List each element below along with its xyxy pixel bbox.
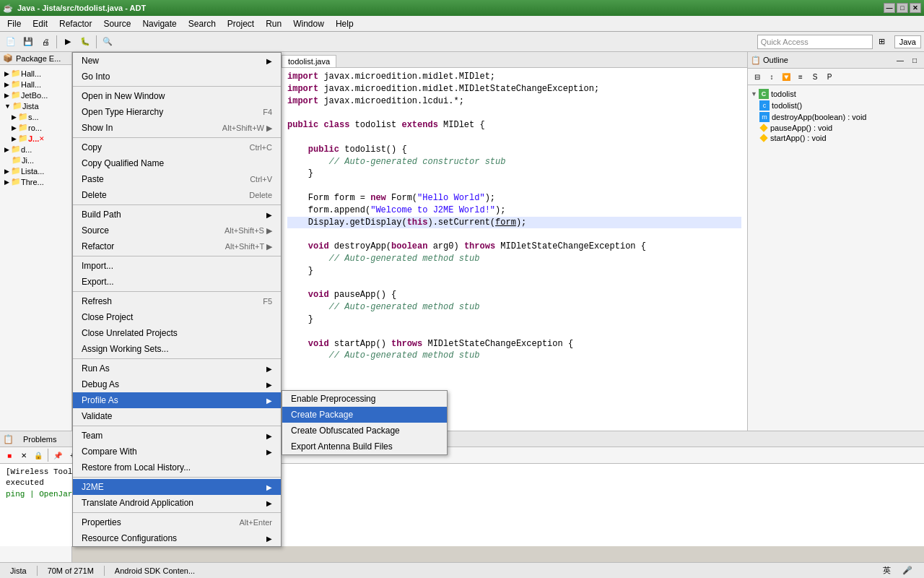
outline-filter-btn[interactable]: 🔽 xyxy=(780,70,793,83)
tree-item-jista[interactable]: ▼ 📁 Jista xyxy=(3,100,69,111)
outline-item-start-app[interactable]: startApp() : void xyxy=(759,133,921,143)
ctx-translate[interactable]: Translate Android Application ▶ xyxy=(73,495,281,511)
editor-tab-todolist[interactable]: todolist.java xyxy=(282,55,336,67)
ctx-close-unrelated[interactable]: Close Unrelated Projects xyxy=(73,325,281,341)
tree-item-hall2[interactable]: ▶ 📁 Hall... xyxy=(3,79,69,90)
sm-create-package[interactable]: Create Package xyxy=(282,407,447,423)
console-clear-btn[interactable]: ✕ xyxy=(17,449,30,462)
outline-sort-btn[interactable]: ↕ xyxy=(765,70,778,83)
ctx-paste-label: Paste xyxy=(82,174,104,184)
maximize-button[interactable]: □ xyxy=(897,3,908,13)
tree-item-d[interactable]: ▶ 📁 d... xyxy=(3,144,69,155)
ctx-j2me[interactable]: J2ME ▶ xyxy=(73,479,281,495)
outline-item-todolist-class[interactable]: ▼ C todolist xyxy=(751,88,921,100)
ctx-build-path[interactable]: Build Path ▶ xyxy=(73,207,281,223)
ctx-new[interactable]: New ▶ xyxy=(73,53,281,69)
ctx-validate[interactable]: Validate xyxy=(73,408,281,424)
tab-problems[interactable]: Problems xyxy=(17,433,63,446)
toolbar-perspective-btn[interactable]: ⊞ xyxy=(874,34,890,50)
tree-item-ro[interactable]: ▶ 📁 ro... xyxy=(10,122,69,133)
ctx-resource-config[interactable]: Resource Configurations ▶ xyxy=(73,530,281,546)
ctx-import[interactable]: Import... xyxy=(73,258,281,274)
ctx-profile-as[interactable]: Profile As ▶ xyxy=(73,392,281,408)
ctx-team[interactable]: Team ▶ xyxy=(73,428,281,444)
menu-item-refactor[interactable]: Refactor xyxy=(53,17,97,30)
outline-minimize-btn[interactable]: — xyxy=(894,53,907,66)
console-stop-btn[interactable]: ■ xyxy=(3,449,16,462)
ctx-paste[interactable]: Paste Ctrl+V xyxy=(73,171,281,187)
quick-access-box[interactable]: Quick Access xyxy=(757,35,873,49)
sm-export-antenna[interactable]: Export Antenna Build Files xyxy=(282,439,447,454)
toolbar: 📄 💾 🖨 ▶ 🐛 🔍 Quick Access ⊞ Java xyxy=(0,32,924,52)
menu-item-edit[interactable]: Edit xyxy=(27,17,53,30)
menu-item-run[interactable]: Run xyxy=(260,17,287,30)
ctx-properties[interactable]: Properties Alt+Enter xyxy=(73,514,281,530)
menu-item-file[interactable]: File xyxy=(1,17,27,30)
menu-item-search[interactable]: Search xyxy=(183,17,222,30)
ctx-restore[interactable]: Restore from Local History... xyxy=(73,460,281,475)
outline-collapse-btn[interactable]: ⊟ xyxy=(751,70,764,83)
ctx-show-in-shortcut: Alt+Shift+W ▶ xyxy=(222,124,272,133)
ctx-refresh[interactable]: Refresh F5 xyxy=(73,293,281,309)
ctx-debug-as[interactable]: Debug As ▶ xyxy=(73,376,281,392)
ctx-open-type[interactable]: Open Type Hierarchy F4 xyxy=(73,104,281,120)
ctx-source-shortcut: Alt+Shift+S ▶ xyxy=(225,226,272,236)
outline-hide-fields-btn[interactable]: ≡ xyxy=(794,70,807,83)
bottom-panel-icon: 📋 xyxy=(3,434,14,444)
tree-item-ji[interactable]: 📁 Ji... xyxy=(10,155,69,165)
toolbar-print-btn[interactable]: 🖨 xyxy=(38,34,53,50)
outline-item-pause-app[interactable]: pauseApp() : void xyxy=(759,123,921,133)
ctx-refactor[interactable]: Refactor Alt+Shift+T ▶ xyxy=(73,238,281,254)
menu-item-project[interactable]: Project xyxy=(222,17,260,30)
code-line xyxy=(287,277,741,290)
ctx-copy[interactable]: Copy Ctrl+C xyxy=(73,139,281,155)
toolbar-save-btn[interactable]: 💾 xyxy=(20,34,36,50)
ctx-resource-config-label: Resource Configurations xyxy=(82,533,177,543)
ctx-new-label: New xyxy=(82,56,99,66)
menu-item-source[interactable]: Source xyxy=(97,17,136,30)
close-button[interactable]: ✕ xyxy=(910,3,921,13)
ctx-export[interactable]: Export... xyxy=(73,274,281,290)
ctx-assign-working[interactable]: Assign Working Sets... xyxy=(73,341,281,357)
outline-item-constructor[interactable]: c todolist() xyxy=(759,100,921,111)
ctx-sep4 xyxy=(73,256,281,256)
toolbar-new-btn[interactable]: 📄 xyxy=(3,34,19,50)
tree-item-jetbo[interactable]: ▶ 📁 JetBo... xyxy=(3,90,69,100)
ctx-profile-as-label: Profile As xyxy=(82,395,118,405)
code-line: // Auto-generated constructor stub xyxy=(287,156,741,168)
sm-enable-preprocessing[interactable]: Enable Preprocessing xyxy=(282,391,447,407)
ctx-run-as[interactable]: Run As ▶ xyxy=(73,361,281,376)
tree-item-hall1[interactable]: ▶ 📁 Hall... xyxy=(3,68,69,79)
toolbar-search-btn[interactable]: 🔍 xyxy=(100,34,116,50)
ctx-copy-qualified[interactable]: Copy Qualified Name xyxy=(73,155,281,171)
menu-item-navigate[interactable]: Navigate xyxy=(136,17,182,30)
tree-item-thre[interactable]: ▶ 📁 Thre... xyxy=(3,176,69,187)
minimize-button[interactable]: — xyxy=(884,3,895,13)
menu-item-help[interactable]: Help xyxy=(330,17,359,30)
toolbar-debug-btn[interactable]: 🐛 xyxy=(77,34,93,50)
console-pin-btn[interactable]: 📌 xyxy=(51,449,64,462)
outline-item-destroy-app[interactable]: m destroyApp(boolean) : void xyxy=(759,111,921,123)
ctx-delete[interactable]: Delete Delete xyxy=(73,187,281,203)
tree-item-s[interactable]: ▶ 📁 s... xyxy=(10,111,69,122)
tree-item-j-error[interactable]: ▶ 📁 J... ✕ xyxy=(10,133,69,144)
sm-create-obfuscated[interactable]: Create Obfuscated Package xyxy=(282,423,447,439)
ctx-close-project[interactable]: Close Project xyxy=(73,309,281,325)
ctx-new-arrow: ▶ xyxy=(266,57,272,65)
outline-hide-nonpublic-btn[interactable]: P xyxy=(823,70,836,83)
ctx-show-in[interactable]: Show In Alt+Shift+W ▶ xyxy=(73,120,281,136)
code-line: } xyxy=(287,314,741,326)
menu-item-window[interactable]: Window xyxy=(287,17,330,30)
ctx-compare[interactable]: Compare With ▶ xyxy=(73,444,281,460)
ctx-source[interactable]: Source Alt+Shift+S ▶ xyxy=(73,223,281,238)
ctx-properties-shortcut: Alt+Enter xyxy=(239,518,272,527)
ctx-open-new-window[interactable]: Open in New Window xyxy=(73,88,281,104)
outline-hide-static-btn[interactable]: S xyxy=(808,70,821,83)
console-scroll-lock-btn[interactable]: 🔒 xyxy=(32,449,45,462)
ctx-debug-as-arrow: ▶ xyxy=(266,381,272,389)
tree-item-lista[interactable]: ▶ 📁 Lista... xyxy=(3,165,69,176)
outline-maximize-btn[interactable]: □ xyxy=(908,53,921,66)
ctx-paste-shortcut: Ctrl+V xyxy=(250,175,272,184)
toolbar-run-btn[interactable]: ▶ xyxy=(60,34,76,50)
ctx-go-into[interactable]: Go Into xyxy=(73,69,281,85)
